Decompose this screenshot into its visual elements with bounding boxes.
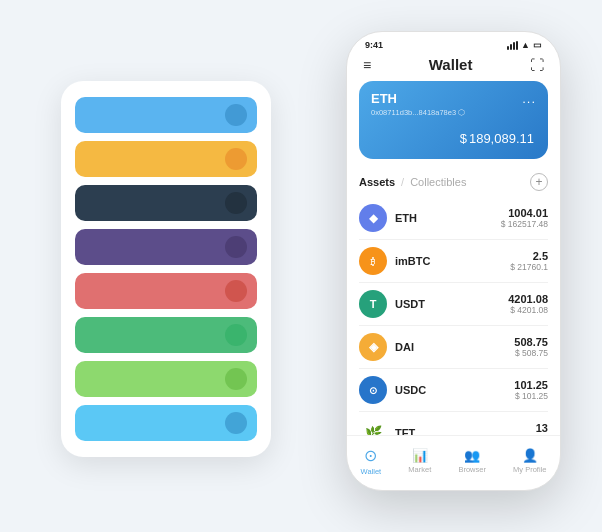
asset-usd: $ 101.25: [514, 391, 548, 401]
menu-icon[interactable]: ≡: [363, 57, 371, 73]
list-item[interactable]: [75, 185, 257, 221]
scan-icon[interactable]: ⛶: [530, 57, 544, 73]
battery-icon: ▭: [533, 40, 542, 50]
card-dot: [225, 280, 247, 302]
currency-symbol: $: [460, 131, 467, 146]
asset-usd: $ 508.75: [514, 348, 548, 358]
asset-usd: $ 4201.08: [508, 305, 548, 315]
asset-usd: $ 162517.48: [501, 219, 548, 229]
scene: 9:41 ▲ ▭ ≡ Wallet ⛶ ETH ...: [21, 21, 581, 511]
eth-balance: $189,089.11: [371, 123, 536, 149]
asset-name: USDC: [395, 384, 514, 396]
eth-address: 0x08711d3b...8418a78e3 ⬡: [371, 108, 536, 117]
page-title: Wallet: [429, 56, 473, 73]
profile-nav-label: My Profile: [513, 465, 546, 474]
asset-name: USDT: [395, 298, 508, 310]
asset-amounts: 508.75 $ 508.75: [514, 336, 548, 358]
phone-frame: 9:41 ▲ ▭ ≡ Wallet ⛶ ETH ...: [346, 31, 561, 491]
market-nav-icon: 📊: [412, 448, 428, 463]
nav-item-wallet[interactable]: ⊙ Wallet: [353, 444, 390, 478]
asset-amount: 13: [536, 422, 548, 434]
eth-card-menu[interactable]: ...: [522, 91, 536, 106]
asset-usd: $ 21760.1: [510, 262, 548, 272]
market-nav-label: Market: [408, 465, 431, 474]
wallet-nav-label: Wallet: [361, 467, 382, 476]
usdc-icon: ⊙: [359, 376, 387, 404]
card-dot: [225, 104, 247, 126]
balance-amount: 189,089.11: [469, 131, 534, 146]
asset-name: imBTC: [395, 255, 510, 267]
list-item[interactable]: [75, 361, 257, 397]
profile-nav-icon: 👤: [522, 448, 538, 463]
list-item[interactable]: [75, 273, 257, 309]
list-item[interactable]: [75, 229, 257, 265]
asset-amounts: 101.25 $ 101.25: [514, 379, 548, 401]
table-row[interactable]: ⊙ USDC 101.25 $ 101.25: [359, 369, 548, 412]
asset-name: ETH: [395, 212, 501, 224]
wifi-icon: ▲: [521, 40, 530, 50]
asset-name: TFT: [395, 427, 536, 435]
list-item[interactable]: [75, 317, 257, 353]
tab-collectibles[interactable]: Collectibles: [410, 176, 466, 188]
card-dot: [225, 368, 247, 390]
signal-icon: [507, 41, 518, 50]
table-row[interactable]: T USDT 4201.08 $ 4201.08: [359, 283, 548, 326]
eth-wallet-card[interactable]: ETH ... 0x08711d3b...8418a78e3 ⬡ $189,08…: [359, 81, 548, 159]
asset-name: DAI: [395, 341, 514, 353]
phone-header: ≡ Wallet ⛶: [347, 52, 560, 81]
imbtc-icon: ₿: [359, 247, 387, 275]
eth-card-title: ETH: [371, 91, 397, 106]
asset-amounts: 2.5 $ 21760.1: [510, 250, 548, 272]
card-dot: [225, 324, 247, 346]
usdt-icon: T: [359, 290, 387, 318]
card-stack: [61, 81, 271, 457]
browser-nav-label: Browser: [458, 465, 486, 474]
tab-assets[interactable]: Assets: [359, 176, 395, 188]
eth-card-header: ETH ...: [371, 91, 536, 106]
table-row[interactable]: ◆ ETH 1004.01 $ 162517.48: [359, 197, 548, 240]
bottom-nav: ⊙ Wallet 📊 Market 👥 Browser 👤 My Profile: [347, 435, 560, 490]
status-time: 9:41: [365, 40, 383, 50]
table-row[interactable]: ₿ imBTC 2.5 $ 21760.1: [359, 240, 548, 283]
asset-amount: 4201.08: [508, 293, 548, 305]
table-row[interactable]: 🌿 TFT 13 0: [359, 412, 548, 435]
table-row[interactable]: ◈ DAI 508.75 $ 508.75: [359, 326, 548, 369]
asset-amounts: 4201.08 $ 4201.08: [508, 293, 548, 315]
dai-icon: ◈: [359, 333, 387, 361]
assets-tab-bar: Assets / Collectibles +: [347, 169, 560, 197]
asset-amount: 1004.01: [501, 207, 548, 219]
status-icons: ▲ ▭: [507, 40, 542, 50]
nav-item-market[interactable]: 📊 Market: [400, 446, 439, 476]
nav-item-profile[interactable]: 👤 My Profile: [505, 446, 554, 476]
asset-amounts: 1004.01 $ 162517.48: [501, 207, 548, 229]
list-item[interactable]: [75, 97, 257, 133]
asset-amounts: 13 0: [536, 422, 548, 435]
list-item[interactable]: [75, 405, 257, 441]
card-dot: [225, 148, 247, 170]
add-asset-button[interactable]: +: [530, 173, 548, 191]
nav-item-browser[interactable]: 👥 Browser: [450, 446, 494, 476]
asset-amount: 101.25: [514, 379, 548, 391]
wallet-nav-icon: ⊙: [364, 446, 377, 465]
card-dot: [225, 236, 247, 258]
asset-list: ◆ ETH 1004.01 $ 162517.48 ₿ imBTC 2.5 $ …: [347, 197, 560, 435]
tab-separator: /: [401, 176, 404, 188]
asset-amount: 508.75: [514, 336, 548, 348]
card-dot: [225, 412, 247, 434]
card-dot: [225, 192, 247, 214]
asset-amount: 2.5: [510, 250, 548, 262]
tab-labels: Assets / Collectibles: [359, 176, 466, 188]
browser-nav-icon: 👥: [464, 448, 480, 463]
list-item[interactable]: [75, 141, 257, 177]
tft-icon: 🌿: [359, 419, 387, 435]
eth-icon: ◆: [359, 204, 387, 232]
status-bar: 9:41 ▲ ▭: [347, 32, 560, 52]
